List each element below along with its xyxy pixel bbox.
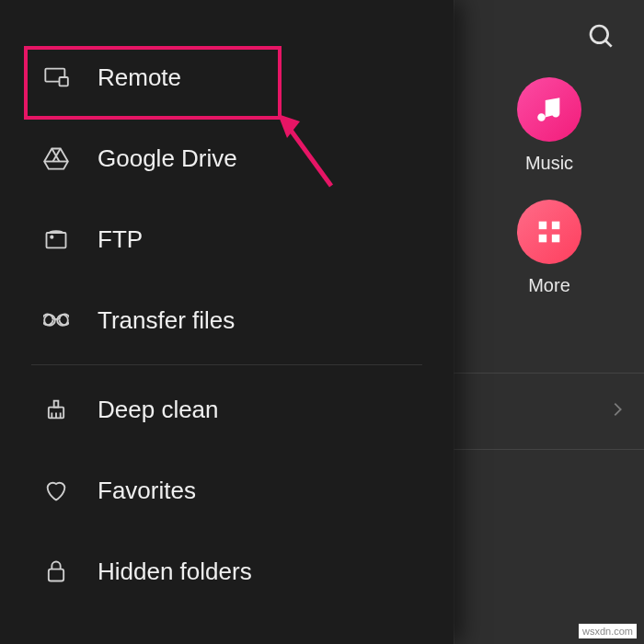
divider	[31, 364, 422, 365]
navigation-drawer: Remote Google Drive FTP Transfer files	[0, 0, 454, 644]
sidebar-item-label: Transfer files	[98, 306, 235, 335]
sidebar-item-label: Deep clean	[98, 396, 219, 424]
broom-icon	[42, 396, 70, 423]
heart-icon	[42, 477, 70, 504]
svg-line-10	[53, 149, 61, 162]
shortcut-label: More	[528, 275, 570, 296]
shortcut-label: Music	[525, 153, 573, 174]
svg-marker-8	[44, 149, 68, 169]
svg-rect-17	[54, 401, 59, 408]
sidebar-item-label: Hidden folders	[98, 558, 252, 586]
svg-rect-7	[60, 77, 68, 86]
sidebar-item-ftp[interactable]: FTP	[0, 199, 454, 280]
sidebar-item-label: Google Drive	[98, 144, 237, 173]
svg-rect-3	[552, 222, 560, 230]
list-row[interactable]	[454, 373, 644, 450]
gdrive-icon	[42, 144, 70, 172]
top-bar	[454, 0, 644, 77]
link-icon	[42, 306, 70, 334]
shortcut-more[interactable]: More	[454, 200, 644, 296]
music-icon	[517, 77, 581, 142]
grid-icon	[517, 200, 581, 264]
lock-icon	[42, 558, 70, 585]
svg-line-9	[52, 149, 59, 162]
svg-point-13	[51, 236, 52, 238]
svg-rect-12	[47, 233, 66, 247]
sidebar-item-label: Favorites	[98, 477, 196, 505]
svg-rect-5	[552, 235, 560, 243]
sidebar-item-favorites[interactable]: Favorites	[0, 450, 454, 531]
svg-point-0	[591, 26, 608, 43]
svg-rect-4	[539, 235, 547, 243]
sidebar-item-hidden-folders[interactable]: Hidden folders	[0, 531, 454, 612]
watermark: wsxdn.com	[579, 624, 637, 638]
svg-line-1	[605, 40, 612, 47]
ftp-icon	[42, 225, 70, 253]
search-icon[interactable]	[587, 22, 616, 55]
monitor-icon	[42, 63, 70, 91]
svg-rect-21	[49, 569, 63, 581]
shortcut-music[interactable]: Music	[454, 77, 644, 174]
sidebar-item-deep-clean[interactable]: Deep clean	[0, 369, 454, 450]
main-content: Music More	[454, 0, 644, 644]
sidebar-item-google-drive[interactable]: Google Drive	[0, 118, 454, 199]
sidebar-item-remote[interactable]: Remote	[0, 37, 454, 118]
app-window: Music More Remote Google Drive	[0, 0, 644, 644]
svg-rect-2	[539, 222, 547, 230]
chevron-right-icon	[607, 399, 627, 423]
sidebar-item-label: Remote	[98, 63, 181, 92]
sidebar-item-transfer-files[interactable]: Transfer files	[0, 280, 454, 361]
sidebar-item-label: FTP	[98, 225, 143, 254]
